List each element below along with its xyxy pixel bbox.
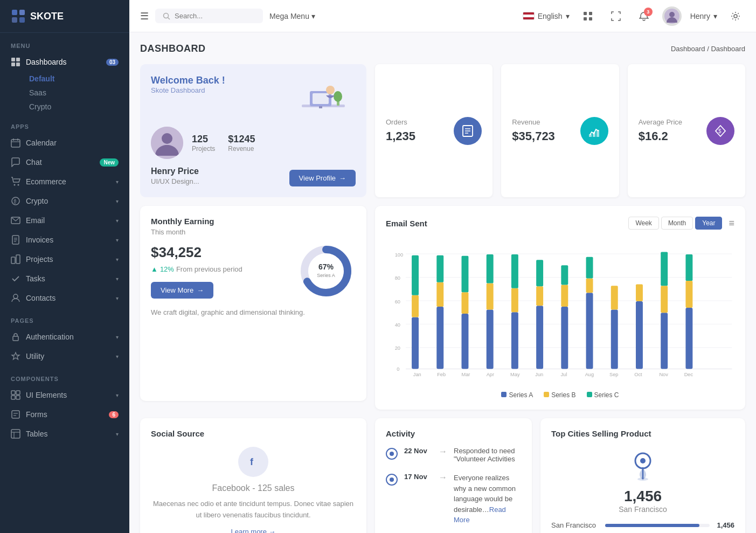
sidebar-item-calendar[interactable]: Calendar	[0, 133, 129, 153]
welcome-subtitle: Skote Dashboard	[151, 86, 225, 94]
svg-rect-8	[11, 140, 20, 147]
utility-label: Utility	[26, 352, 44, 361]
grid-icon-button[interactable]	[578, 6, 598, 26]
sidebar-item-projects[interactable]: Projects ▾	[0, 250, 129, 269]
svg-text:₿: ₿	[13, 199, 16, 204]
chat-badge: New	[100, 158, 119, 167]
svg-point-13	[18, 184, 19, 186]
svg-rect-110	[685, 254, 692, 281]
svg-text:100: 100	[395, 252, 403, 258]
sidebar-item-crypto[interactable]: ₿ Crypto ▾	[0, 191, 129, 211]
svg-point-123	[245, 453, 262, 470]
chart-tab-month[interactable]: Month	[661, 217, 693, 230]
sidebar-item-invoices[interactable]: Invoices ▾	[0, 230, 129, 250]
sidebar-item-tables[interactable]: Tables ▾	[0, 424, 129, 444]
email-bar-chart: 100 80 60 40 20 0	[386, 238, 734, 389]
hamburger-button[interactable]: ☰	[140, 10, 149, 22]
sidebar-item-saas[interactable]: Saas	[24, 86, 129, 100]
language-selector[interactable]: English ▾	[523, 12, 570, 20]
svg-point-128	[637, 477, 648, 481]
svg-text:80: 80	[395, 275, 400, 281]
chart-tab-year[interactable]: Year	[695, 217, 722, 230]
svg-point-12	[14, 184, 16, 186]
svg-text:Jun: Jun	[535, 372, 543, 377]
illus-svg	[291, 75, 356, 118]
stat-card-avg-price: Average Price $16.2 $	[628, 64, 745, 197]
components-section-label: COMPONENTS	[0, 366, 129, 385]
bottom-section: Social Source f Facebook - 125 sales Mae…	[140, 418, 745, 533]
utility-chevron: ▾	[116, 354, 119, 359]
sidebar-item-forms[interactable]: Forms 6	[0, 405, 129, 424]
chart-menu-icon[interactable]: ≡	[729, 218, 734, 229]
mega-menu-button[interactable]: Mega Menu ▾	[269, 12, 315, 20]
user-name-display[interactable]: Henry ▾	[690, 12, 717, 20]
sidebar-item-default[interactable]: Default	[24, 72, 129, 86]
user-avatar[interactable]	[662, 6, 682, 26]
sidebar-item-authentication[interactable]: Authentication ▾	[0, 327, 129, 347]
svg-rect-28	[16, 396, 20, 399]
topbar-right: English ▾ 3	[523, 6, 745, 26]
facebook-icon: f	[238, 447, 268, 477]
monthly-change: ▲ 12% From previous period	[151, 265, 242, 273]
learn-more-link[interactable]: Learn more →	[151, 528, 356, 533]
welcome-card: Welcome Back ! Skote Dashboard	[140, 64, 366, 197]
sidebar-item-email[interactable]: Email ▾	[0, 211, 129, 230]
sidebar-item-crypto-sub[interactable]: Crypto	[24, 100, 129, 114]
svg-rect-2	[12, 17, 17, 23]
chart-tab-week[interactable]: Week	[628, 217, 658, 230]
svg-rect-7	[16, 63, 20, 66]
svg-point-126	[640, 458, 646, 463]
main-area: ☰ Mega Menu ▾ English ▾	[129, 0, 756, 533]
svg-rect-21	[11, 257, 15, 264]
svg-rect-26	[16, 391, 20, 394]
tasks-chevron: ▾	[116, 276, 119, 282]
svg-rect-108	[685, 308, 692, 369]
language-label: English	[538, 12, 563, 20]
view-more-button[interactable]: View More →	[151, 282, 213, 299]
search-box[interactable]	[155, 9, 263, 23]
svg-rect-88	[487, 254, 494, 283]
profile-avatar	[151, 127, 183, 159]
forms-badge: 6	[109, 411, 119, 418]
dashboards-label: Dashboards	[26, 58, 67, 66]
svg-rect-92	[536, 306, 543, 369]
page-header: DASHBOARD Dashboard / Dashboard	[140, 43, 745, 54]
settings-button[interactable]	[726, 6, 745, 26]
legend-c: Series C	[587, 391, 619, 399]
calendar-label: Calendar	[26, 139, 57, 147]
svg-text:Sep: Sep	[609, 372, 618, 377]
svg-point-49	[334, 91, 342, 102]
sidebar-item-contacts[interactable]: Contacts ▾	[0, 288, 129, 308]
profile-avatar-svg	[151, 127, 183, 159]
ecommerce-label: Ecommerce	[26, 177, 66, 186]
social-title: Social Source	[151, 429, 356, 438]
sidebar-item-ecommerce[interactable]: Ecommerce ▾	[0, 172, 129, 191]
app-name: SKOTE	[30, 11, 64, 22]
sidebar-section-menu: MENU Dashboards 03 Default Saas Crypto	[0, 33, 129, 114]
notifications-button[interactable]: 3	[634, 6, 654, 26]
contacts-chevron: ▾	[116, 295, 119, 301]
sidebar-item-utility[interactable]: Utility ▾	[0, 347, 129, 366]
crypto-chevron: ▾	[116, 198, 119, 204]
svg-text:Feb: Feb	[437, 372, 446, 377]
monthly-period: This month	[151, 228, 356, 236]
sidebar-item-dashboards[interactable]: Dashboards 03	[0, 52, 129, 72]
fullscreen-button[interactable]	[606, 6, 626, 26]
avatar-icon	[664, 9, 679, 24]
welcome-title: Welcome Back !	[151, 75, 225, 86]
svg-rect-79	[412, 255, 419, 295]
search-input[interactable]	[175, 12, 239, 20]
city-bar-wrap	[605, 524, 710, 527]
read-more-link[interactable]: Read More	[454, 506, 506, 524]
app-logo[interactable]: SKOTE	[0, 0, 129, 33]
sidebar-item-chat[interactable]: Chat New	[0, 153, 129, 172]
tables-label: Tables	[26, 430, 47, 438]
svg-rect-3	[19, 17, 25, 23]
city-icon	[626, 447, 660, 481]
monthly-amount: $34,252	[151, 244, 242, 261]
sidebar-item-ui-elements[interactable]: UI Elements ▾	[0, 385, 129, 405]
view-profile-button[interactable]: View Profile →	[289, 170, 356, 186]
content-area: DASHBOARD Dashboard / Dashboard Welcome …	[129, 32, 756, 533]
sidebar-item-tasks[interactable]: Tasks ▾	[0, 269, 129, 288]
svg-rect-94	[536, 260, 543, 286]
